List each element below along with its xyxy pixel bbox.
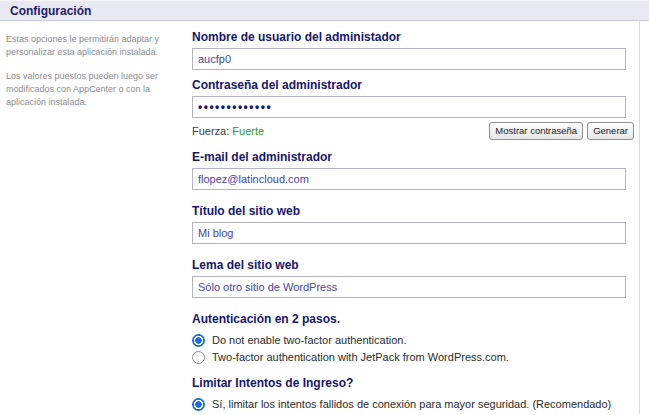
page-title: Configuración (10, 4, 91, 18)
content-area: Estas opciones le permitirán adaptar y p… (0, 21, 649, 414)
sidebar-help-paragraph: Los valores puestos pueden luego ser mod… (6, 70, 179, 109)
admin-username-input[interactable] (192, 48, 626, 70)
admin-username-label: Nombre de usuario del administador (192, 31, 626, 44)
radio-option-label: Do not enable two-factor authentication. (212, 334, 406, 347)
radio-option-limit-yes[interactable]: Sí, limitar los intentos fallidos de con… (192, 396, 626, 413)
site-tagline-input[interactable] (192, 276, 626, 298)
radio-selected-icon[interactable] (192, 334, 205, 347)
admin-email-input[interactable] (192, 168, 626, 190)
password-buttons: Mostrar contraseña Generar (489, 122, 634, 140)
two-factor-heading: Autenticación en 2 pasos. (192, 313, 626, 326)
radio-option-disable-2fa[interactable]: Do not enable two-factor authentication. (192, 332, 626, 349)
site-title-label: Título del sitio web (192, 205, 626, 218)
password-strength-row: Fuerza: Fuerte Mostrar contraseña Genera… (192, 121, 634, 141)
strength-value: Fuerte (232, 125, 264, 137)
radio-option-jetpack-2fa[interactable]: Two-factor authentication with JetPack f… (192, 349, 626, 366)
sidebar-help-paragraph: Estas opciones le permitirán adaptar y p… (6, 33, 179, 59)
sidebar-help: Estas opciones le permitirán adaptar y p… (0, 30, 187, 414)
radio-option-label: Sí, limitar los intentos fallidos de con… (212, 398, 611, 411)
login-limit-heading: Limitar Intentos de Ingreso? (192, 377, 626, 390)
radio-option-label: Two-factor authentication with JetPack f… (212, 351, 509, 364)
site-title-input[interactable] (192, 222, 626, 244)
site-tagline-label: Lema del sitio web (192, 259, 626, 272)
admin-username-field: Nombre de usuario del administador (192, 31, 626, 70)
strength-label: Fuerza: (192, 125, 229, 137)
radio-selected-icon[interactable] (192, 398, 205, 411)
admin-password-field: Contraseña del administrador (192, 79, 626, 118)
admin-email-label: E-mail del administrador (192, 151, 626, 164)
admin-password-input[interactable] (192, 96, 626, 118)
site-title-field: Título del sitio web (192, 205, 626, 244)
section-header: Configuración (0, 0, 649, 21)
configuration-form: Nombre de usuario del administador Contr… (192, 30, 626, 414)
show-password-button[interactable]: Mostrar contraseña (489, 122, 583, 140)
configuration-page: Configuración Estas opciones le permitir… (0, 0, 649, 415)
site-tagline-field: Lema del sitio web (192, 259, 626, 298)
admin-email-field: E-mail del administrador (192, 151, 626, 190)
login-limit-group: Limitar Intentos de Ingreso? Sí, limitar… (192, 377, 626, 415)
admin-password-label: Contraseña del administrador (192, 79, 626, 92)
password-strength: Fuerza: Fuerte (192, 125, 264, 137)
two-factor-group: Autenticación en 2 pasos. Do not enable … (192, 313, 626, 366)
radio-unselected-icon[interactable] (192, 351, 205, 364)
generate-password-button[interactable]: Generar (587, 122, 634, 140)
